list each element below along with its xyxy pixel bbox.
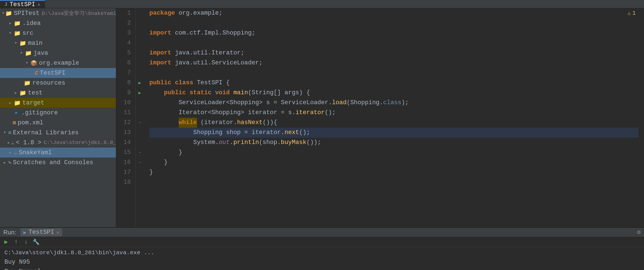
run-play-button[interactable]: ▶ <box>2 238 10 246</box>
jdk-icon: ☕ <box>11 139 14 146</box>
run-down-button[interactable]: ↓ <box>22 238 30 246</box>
import-name: java.util.ServiceLoader <box>175 58 259 68</box>
run-up-button[interactable]: ↑ <box>12 238 20 246</box>
gutter-line-1 <box>136 8 144 18</box>
code-container[interactable]: ⚠ 1 12345 678910 1112131415 161718 ▶ <box>116 8 644 227</box>
tree-label-test: test <box>28 90 43 96</box>
run-tab-icon: ▶ <box>23 229 26 235</box>
type: String <box>252 88 274 98</box>
tree-item-spitest[interactable]: 📁 SPITest D:\Java安全学习\SnakeYaml\SPITest <box>0 8 116 18</box>
run-label: Run: <box>3 229 16 236</box>
package-name: org.example <box>179 8 219 18</box>
file-tree: 📁 SPITest D:\Java安全学习\SnakeYaml\SPITest … <box>0 8 116 227</box>
gutter-line-8: ▶ <box>136 78 144 88</box>
code-line-2 <box>149 18 638 28</box>
punct: = <box>241 128 252 138</box>
run-wrench-button[interactable]: 🔧 <box>32 238 40 246</box>
keyword: void <box>215 88 233 98</box>
tree-item-org-example[interactable]: 📦 org.example <box>0 58 116 68</box>
var: iterator <box>204 118 233 128</box>
punct: [] <box>274 88 285 98</box>
tree-label-src: src <box>22 30 33 37</box>
run-tab-testspi[interactable]: ▶ TestSPI ✕ <box>20 228 62 236</box>
tree-item-scratches[interactable]: ✎ Scratches and Consoles <box>0 158 116 167</box>
type: Iterator <box>179 108 208 118</box>
gutter-line-6 <box>136 58 144 68</box>
gutter-line-12: − <box>136 118 144 128</box>
tree-item-main[interactable]: 📁 main <box>0 38 116 48</box>
code-editor[interactable]: package org.example; import com.ctf.Impl… <box>144 8 644 227</box>
tree-item-gitignore[interactable]: 🔹 .gitignore <box>0 108 116 118</box>
gutter-line-5 <box>136 48 144 58</box>
tree-label-main: main <box>28 40 43 47</box>
tree-item-jdk18[interactable]: ☕ < 1.8 > C:\Java\store\jdk1.8.0_201 <box>0 138 116 148</box>
tree-item-java[interactable]: 📁 java <box>0 48 116 58</box>
tab-bar: J TestSPI ✕ <box>0 0 644 8</box>
folder-icon: 📁 <box>14 20 21 27</box>
tree-item-test[interactable]: 📁 test <box>0 88 116 98</box>
tree-item-snakeyaml[interactable]: ☕ SnakeYaml <box>0 148 116 158</box>
gutter-line-16: − <box>136 158 144 167</box>
keyword: class <box>383 98 401 108</box>
punct: < <box>208 108 211 118</box>
arrow-icon <box>2 130 7 135</box>
punct: . <box>230 138 233 148</box>
keyword: static <box>189 88 215 98</box>
arrow-icon <box>8 140 10 145</box>
code-line-8: public class TestSPI { <box>149 78 638 88</box>
tree-item-target[interactable]: 📁 target <box>0 98 116 108</box>
tree-label-pomxml: pom.xml <box>18 119 43 126</box>
punct: ( <box>347 98 350 108</box>
tab-close-icon[interactable]: ✕ <box>37 1 40 7</box>
punct: { <box>226 78 230 88</box>
gutter-line-10 <box>136 98 144 108</box>
while-keyword: while <box>179 118 197 128</box>
gutter-line-7 <box>136 68 144 78</box>
run-gear-icon[interactable]: ⚙ <box>637 229 641 236</box>
tree-item-resources[interactable]: 📁 resources <box>0 78 116 88</box>
method: iterator <box>295 108 325 118</box>
tree-item-src[interactable]: 📁 src <box>0 28 116 38</box>
gutter-line-17 <box>136 167 144 177</box>
java-file-icon: C <box>35 70 38 76</box>
punct: ; <box>241 48 244 58</box>
punct: . <box>233 118 237 128</box>
var: iterator <box>252 128 281 138</box>
code-line-17: } <box>149 167 638 177</box>
code-line-5: import java.util.Iterator; <box>149 48 638 58</box>
tab-testspi[interactable]: J TestSPI ✕ <box>0 0 45 8</box>
method-name: main <box>233 88 248 98</box>
punct: } <box>164 158 168 167</box>
tree-label-external-libs: External Libraries <box>13 129 79 136</box>
gutter-line-9: ▶ <box>136 88 144 98</box>
keyword: package <box>149 8 179 18</box>
tree-item-pomxml[interactable]: m pom.xml <box>0 118 116 128</box>
tree-item-testspi[interactable]: C TestSPI <box>0 68 116 78</box>
code-line-11: Iterator<Shopping> iterator = s.iterator… <box>149 108 638 118</box>
type: Shopping <box>350 98 380 108</box>
keyword: import <box>149 58 175 68</box>
punct: } <box>149 167 153 177</box>
static-method: out <box>219 138 230 148</box>
tree-label-resources: resources <box>32 80 65 86</box>
tree-item-idea[interactable]: 📁 .idea <box>0 18 116 28</box>
keyword: import <box>149 28 175 38</box>
main-layout: 📁 SPITest D:\Java安全学习\SnakeYaml\SPITest … <box>0 8 644 227</box>
arrow-icon <box>2 160 7 165</box>
arrow-icon <box>8 31 13 36</box>
var: s <box>288 108 292 118</box>
var: args <box>285 88 299 98</box>
snakeyaml-icon: ☕ <box>14 149 17 156</box>
tree-label-spitest: SPITest <box>14 10 39 17</box>
scratches-icon: ✎ <box>8 159 11 166</box>
punct: > <box>241 108 248 118</box>
code-line-10: ServiceLoader<Shopping> s = ServiceLoade… <box>149 98 638 108</box>
arrow-icon <box>13 90 18 95</box>
punct: ; <box>219 8 222 18</box>
punct: . <box>292 108 295 118</box>
var: shop <box>226 128 241 138</box>
punct: ; <box>252 28 255 38</box>
tree-item-external-libs[interactable]: ⊞ External Libraries <box>0 128 116 138</box>
punct: < <box>226 98 230 108</box>
run-tab-close-icon[interactable]: ✕ <box>56 229 59 235</box>
